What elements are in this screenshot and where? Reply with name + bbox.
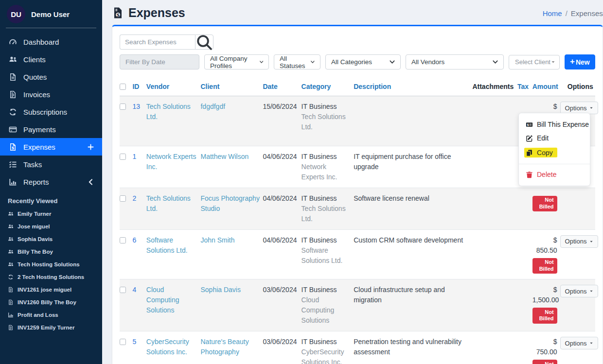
categories-select[interactable]: All Categories bbox=[325, 54, 401, 69]
sidebar-item[interactable]: Payments bbox=[0, 121, 102, 138]
row-checkbox[interactable] bbox=[120, 154, 126, 160]
file-invoice-icon bbox=[8, 287, 14, 293]
column-header[interactable]: Tax bbox=[515, 78, 532, 96]
date-filter-input[interactable] bbox=[120, 54, 199, 69]
column-header[interactable]: ID bbox=[132, 78, 146, 96]
expense-id-link[interactable]: 1 bbox=[132, 153, 136, 160]
client-select[interactable]: Select Client bbox=[509, 55, 560, 69]
search-input[interactable] bbox=[120, 35, 195, 50]
client-link[interactable]: Sophia Davis bbox=[200, 286, 241, 294]
column-header[interactable]: Description bbox=[354, 78, 471, 96]
client-link[interactable]: Focus Photography Studio bbox=[200, 194, 259, 212]
file-invoice-icon bbox=[9, 90, 17, 99]
expense-category: IT Business bbox=[302, 193, 351, 204]
recently-viewed-item[interactable]: Profit and Loss bbox=[0, 309, 102, 321]
row-checkbox[interactable] bbox=[120, 104, 126, 110]
dropdown-delete-item[interactable]: Delete bbox=[519, 168, 590, 181]
expense-category: IT Business bbox=[302, 285, 351, 295]
client-link[interactable]: Matthew Wilson bbox=[200, 153, 248, 160]
column-header[interactable]: Date bbox=[263, 78, 301, 96]
table-row: 4 Cloud Computing Solutions Sophia Davis… bbox=[120, 279, 595, 331]
company-profiles-select[interactable]: All Company Profiles bbox=[204, 54, 269, 69]
sidebar-item[interactable]: Subscriptions bbox=[0, 103, 102, 121]
recently-viewed-label: Emily Turner bbox=[18, 211, 51, 217]
column-header[interactable]: Category bbox=[302, 78, 354, 96]
search-button[interactable] bbox=[195, 35, 213, 50]
sidebar-item-label: Invoices bbox=[23, 90, 50, 99]
dropdown-menu-item[interactable]: $ Bill This Expense bbox=[519, 118, 590, 131]
column-header[interactable]: Vendor bbox=[146, 78, 201, 96]
sidebar-item[interactable]: Quotes bbox=[0, 68, 102, 86]
vendor-link[interactable]: Tech Solutions Ltd. bbox=[146, 103, 191, 121]
row-checkbox[interactable] bbox=[120, 339, 126, 345]
vendor-link[interactable]: Network Experts Inc. bbox=[146, 153, 196, 171]
select-all-checkbox[interactable] bbox=[120, 84, 126, 90]
recently-viewed-item[interactable]: INV1261 jose miguel bbox=[0, 283, 102, 296]
user-block[interactable]: DU Demo User bbox=[0, 0, 102, 28]
dropdown-item-label: Delete bbox=[537, 171, 556, 178]
chevron-down-icon bbox=[310, 59, 315, 65]
expense-id-link[interactable]: 13 bbox=[132, 103, 140, 110]
recently-viewed-item[interactable]: Sophia Davis bbox=[0, 233, 102, 245]
client-link[interactable]: John Smith bbox=[200, 236, 234, 244]
expense-id-link[interactable]: 4 bbox=[132, 286, 136, 294]
svg-text:$: $ bbox=[12, 145, 15, 150]
row-checkbox[interactable] bbox=[120, 287, 126, 293]
sidebar-item[interactable]: Reports bbox=[0, 173, 102, 191]
statuses-select[interactable]: All Statuses bbox=[274, 54, 320, 69]
vendor-link[interactable]: Cloud Computing Solutions bbox=[146, 286, 179, 314]
expense-id-link[interactable]: 5 bbox=[132, 338, 136, 346]
list-check-icon bbox=[9, 160, 17, 169]
expense-category: IT Business bbox=[302, 152, 351, 162]
vendor-link[interactable]: Software Solutions Ltd. bbox=[146, 236, 188, 254]
sidebar-item[interactable]: $ Expenses bbox=[0, 138, 102, 156]
recently-viewed-item[interactable]: 2 Tech Hosting Solutions bbox=[0, 271, 102, 283]
expense-category-vendor: Cloud Computing Solutions bbox=[302, 295, 351, 326]
new-expense-button[interactable]: + New bbox=[565, 54, 595, 69]
client-link[interactable]: fdgdfgdf bbox=[200, 103, 225, 110]
options-button[interactable]: Options bbox=[560, 285, 599, 297]
expense-amount: $ 850.50 bbox=[532, 235, 557, 256]
recently-viewed-item[interactable]: Jose miguel bbox=[0, 220, 102, 233]
options-button[interactable]: Options bbox=[560, 337, 599, 349]
sidebar-item[interactable]: Invoices bbox=[0, 86, 102, 103]
client-link[interactable]: Nature's Beauty Photography bbox=[200, 338, 248, 356]
column-header[interactable]: Client bbox=[200, 78, 263, 96]
dropdown-menu-item[interactable]: Edit bbox=[519, 131, 590, 145]
status-badge: Not Billed bbox=[532, 308, 557, 324]
expense-id-link[interactable]: 2 bbox=[132, 194, 136, 202]
sidebar-item-label: Expenses bbox=[23, 143, 55, 151]
vendor-link[interactable]: CyberSecurity Solutions Inc. bbox=[146, 338, 189, 356]
sidebar-item-label: Dashboard bbox=[23, 38, 59, 46]
sidebar-item-label: Payments bbox=[23, 125, 56, 134]
expense-category-vendor: Tech Solutions Ltd. bbox=[302, 112, 351, 132]
sidebar-item-label: Quotes bbox=[23, 73, 47, 81]
sidebar-item[interactable]: Dashboard bbox=[0, 33, 102, 51]
expense-description: Cloud infrastructure setup and migration bbox=[354, 286, 445, 304]
row-checkbox[interactable] bbox=[120, 237, 126, 243]
breadcrumb-home-link[interactable]: Home bbox=[543, 9, 562, 17]
plus-icon[interactable] bbox=[87, 143, 94, 151]
sidebar-item[interactable]: Tasks bbox=[0, 156, 102, 173]
expense-id-link[interactable]: 6 bbox=[132, 236, 136, 244]
chevron-left-icon[interactable] bbox=[87, 178, 94, 186]
sidebar-item[interactable]: Clients bbox=[0, 51, 102, 68]
recently-viewed-item[interactable]: Tech Hosting Solutions bbox=[0, 258, 102, 271]
vendor-link[interactable]: Tech Solutions Ltd. bbox=[146, 194, 191, 212]
expense-date: 15/06/2024 bbox=[263, 103, 297, 110]
file-invoice-icon bbox=[8, 299, 14, 305]
users-icon bbox=[9, 55, 17, 64]
expense-category-vendor: CyberSecurity Solutions Inc. bbox=[302, 347, 351, 364]
recently-viewed-item[interactable]: Emily Turner bbox=[0, 208, 102, 220]
recently-viewed-item[interactable]: INV1260 Billy The Boy bbox=[0, 296, 102, 309]
recently-viewed-item[interactable]: INV1259 Emily Turner bbox=[0, 321, 102, 334]
row-checkbox[interactable] bbox=[120, 195, 126, 202]
column-header[interactable]: Amount bbox=[532, 78, 560, 96]
main-header: $ Expenses Home/Expenses bbox=[112, 0, 603, 25]
options-button[interactable]: Options bbox=[560, 235, 599, 248]
money-check-icon: $ bbox=[526, 121, 533, 128]
vendors-select[interactable]: All Vendors bbox=[406, 54, 504, 69]
chevron-down-icon bbox=[259, 59, 264, 65]
dropdown-menu-item[interactable]: Copy bbox=[519, 145, 590, 160]
recently-viewed-item[interactable]: Billy The Boy bbox=[0, 245, 102, 258]
